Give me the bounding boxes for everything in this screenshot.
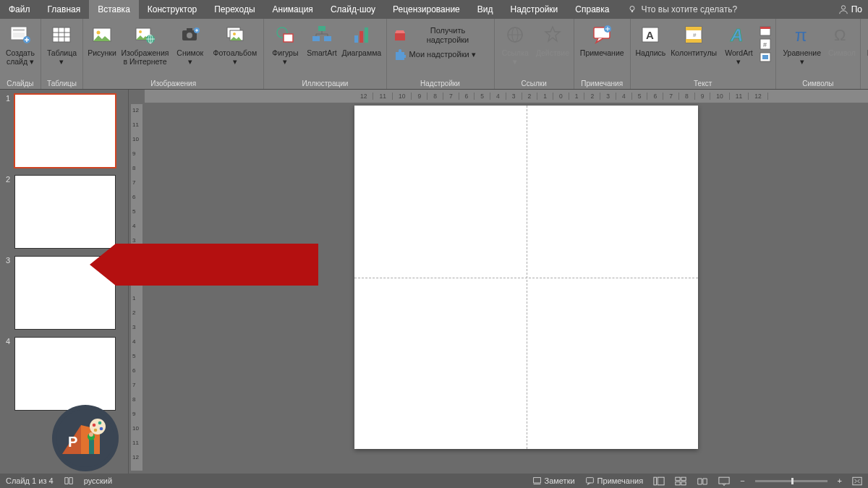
video-button[interactable]: Видео ▾	[864, 20, 868, 68]
menu-home[interactable]: Главная	[39, 0, 90, 19]
group-label-illustrations: Иллюстрации	[267, 78, 383, 89]
svg-rect-66	[533, 477, 540, 482]
status-bar: Слайд 1 из 4 русский Заметки Примечания …	[0, 474, 868, 488]
svg-rect-27	[359, 31, 363, 43]
comments-button[interactable]: Примечания	[585, 476, 644, 486]
zoom-slider[interactable]	[755, 480, 827, 482]
slideshow-view-button[interactable]	[718, 476, 730, 486]
chart-button[interactable]: Диаграмма	[340, 20, 383, 59]
avatar-icon: P	[56, 409, 114, 467]
menu-animation[interactable]: Анимация	[264, 0, 322, 19]
thumb-4-wrap[interactable]: 4	[3, 337, 125, 411]
my-addins-label: Мои надстройки ▾	[409, 50, 476, 59]
ruler-tick-v: 0	[132, 281, 135, 287]
thumb-2-wrap[interactable]: 2	[3, 175, 125, 249]
online-pictures-button[interactable]: Изображения в Интернете	[119, 20, 171, 68]
my-addins-button[interactable]: Мои надстройки ▾	[390, 47, 491, 61]
account-area[interactable]: По	[838, 0, 868, 19]
svg-rect-73	[681, 481, 686, 484]
ribbon-group-symbols: π Уравнение ▾ Ω Символ Символы	[776, 19, 861, 89]
svg-rect-67	[586, 477, 593, 482]
zoom-out-button[interactable]: −	[740, 476, 744, 485]
ruler-tick-v: 4	[132, 338, 135, 345]
notes-label: Заметки	[545, 476, 575, 485]
wordart-icon: A	[728, 24, 749, 46]
equation-button[interactable]: π Уравнение ▾	[779, 20, 825, 68]
menu-design[interactable]: Конструктор	[139, 0, 205, 19]
ruler-tick-v: 6	[132, 367, 135, 374]
vertical-ruler[interactable]: 1211109876543210123456789101112	[131, 104, 142, 471]
vertical-ruler-area: 1211109876543210123456789101112	[129, 90, 145, 474]
zoom-thumb[interactable]	[791, 478, 793, 484]
equation-icon: π	[791, 24, 813, 46]
svg-rect-46	[762, 55, 768, 59]
svg-text:#: #	[693, 32, 697, 38]
ruler-tick: 10	[710, 93, 729, 100]
date-time-icon[interactable]	[760, 25, 773, 37]
thumb-2[interactable]	[14, 175, 116, 249]
svg-rect-4	[13, 29, 25, 31]
menu-transitions[interactable]: Переходы	[205, 0, 263, 19]
reading-view-button[interactable]	[697, 476, 708, 486]
table-button[interactable]: Таблица ▾	[44, 20, 80, 68]
photo-album-button[interactable]: Фотоальбом ▾	[209, 20, 260, 68]
ruler-tick-v: 9	[132, 150, 135, 157]
tell-me-search[interactable]: Что вы хотите сделать?	[621, 0, 744, 19]
canvas-area: 1211109876543210123456789101112	[145, 90, 868, 474]
pictures-button[interactable]: Рисунки	[86, 20, 118, 59]
zoom-in-button[interactable]: +	[838, 476, 842, 485]
ruler-tick: 1	[569, 93, 585, 100]
new-slide-button[interactable]: Создать слайд ▾	[3, 20, 38, 68]
thumb-1-wrap[interactable]: 1	[3, 94, 125, 168]
header-footer-button[interactable]: # Колонтитулы	[669, 20, 718, 59]
menu-addins[interactable]: Надстройки	[501, 0, 566, 19]
menu-insert[interactable]: Вставка	[89, 0, 139, 19]
horizontal-ruler[interactable]: 1211109876543210123456789101112	[145, 90, 868, 103]
language-indicator[interactable]: русский	[84, 476, 112, 485]
thumb-3[interactable]	[14, 256, 116, 330]
thumb-4[interactable]	[14, 337, 116, 411]
fit-to-window-button[interactable]	[852, 476, 862, 486]
slide-number-icon[interactable]: #	[760, 38, 773, 50]
notes-button[interactable]: Заметки	[532, 476, 575, 486]
comment-label: Примечание	[580, 48, 624, 57]
smartart-button[interactable]: SmartArt	[305, 20, 339, 59]
thumb-3-wrap[interactable]: 3	[3, 256, 125, 330]
equation-label: Уравнение ▾	[782, 48, 822, 66]
comments-label: Примечания	[597, 476, 644, 485]
menu-view[interactable]: Вид	[469, 0, 502, 19]
sorter-view-button[interactable]	[675, 476, 686, 486]
slide-canvas[interactable]	[354, 106, 698, 449]
svg-text:π: π	[795, 25, 807, 45]
comment-button[interactable]: Примечание	[577, 20, 627, 59]
screenshot-button[interactable]: Снимок ▾	[172, 20, 208, 68]
comments-status-icon	[585, 476, 595, 486]
group-label-tables: Таблицы	[44, 78, 80, 89]
menu-file[interactable]: Файл	[0, 0, 39, 19]
normal-view-button[interactable]	[653, 476, 665, 486]
text-box-button[interactable]: A Надпись	[634, 20, 668, 59]
puzzle-icon	[394, 48, 406, 60]
get-addins-button[interactable]: Получить надстройки	[390, 25, 491, 46]
spell-check-button[interactable]	[64, 476, 74, 486]
object-icon[interactable]	[760, 51, 773, 63]
action-icon	[542, 24, 563, 46]
thumb-1[interactable]	[14, 94, 116, 168]
menu-review[interactable]: Рецензирование	[384, 0, 469, 19]
shapes-label: Фигуры ▾	[270, 48, 300, 66]
wordart-label: WordArt ▾	[723, 48, 754, 66]
shapes-button[interactable]: Фигуры ▾	[267, 20, 303, 68]
svg-rect-70	[676, 477, 680, 480]
menu-help[interactable]: Справка	[566, 0, 618, 19]
chart-icon	[351, 24, 373, 46]
link-icon	[504, 24, 526, 46]
svg-point-11	[139, 30, 142, 33]
sorter-view-icon	[675, 476, 686, 486]
ribbon-group-addins: Получить надстройки Мои надстройки ▾ Над…	[387, 19, 495, 89]
wordart-button[interactable]: A WordArt ▾	[720, 20, 757, 68]
ruler-tick: 4	[490, 93, 506, 100]
symbol-label: Символ	[828, 48, 856, 57]
get-addins-label: Получить надстройки	[409, 26, 487, 44]
menu-slideshow[interactable]: Слайд-шоу	[322, 0, 384, 19]
ruler-tick-v: 3	[132, 237, 135, 244]
